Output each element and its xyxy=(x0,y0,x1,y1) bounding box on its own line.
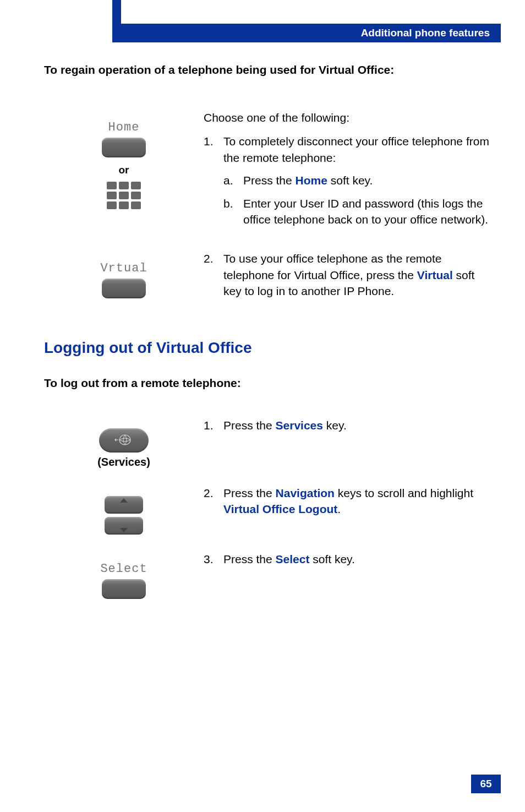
text-col-step1: 1. Press the Services key. xyxy=(204,417,492,440)
icon-col-select: Select xyxy=(44,551,204,599)
page-number: 65 xyxy=(471,775,501,793)
step-3: 3. Press the Select soft key. xyxy=(204,551,492,567)
nav-up-icon xyxy=(105,496,143,514)
globe-icon xyxy=(113,433,135,447)
item-1a-text: Press the Home soft key. xyxy=(243,172,373,188)
section1-heading: To regain operation of a telephone being… xyxy=(44,63,492,77)
softkey-home-label: Home xyxy=(108,121,140,134)
step-2: 2. Press the Navigation keys to scroll a… xyxy=(204,485,492,517)
item-1-text: To completely disconnect your office tel… xyxy=(223,133,492,166)
intro-text: Choose one of the following: xyxy=(204,110,492,126)
item-2-text: To use your office telephone as the remo… xyxy=(223,250,492,299)
block-navigation: 2. Press the Navigation keys to scroll a… xyxy=(44,485,492,535)
icon-col-home: Home or xyxy=(44,110,204,209)
step-1-text: Press the Services key. xyxy=(223,417,347,433)
softkey-select xyxy=(102,579,146,599)
step-3-num: 3. xyxy=(204,551,223,567)
services-button xyxy=(99,428,149,453)
block-services: (Services) 1. Press the Services key. xyxy=(44,417,492,468)
item-1b: b. Enter your User ID and password (this… xyxy=(223,195,492,228)
item-2: 2. To use your office telephone as the r… xyxy=(204,250,492,299)
step-2-num: 2. xyxy=(204,485,223,517)
services-label: (Services) xyxy=(97,456,150,468)
softkey-select-label: Select xyxy=(100,562,147,576)
step-1-num: 1. xyxy=(204,417,223,433)
step-3-text: Press the Select soft key. xyxy=(223,551,355,567)
page-header: Additional phone features xyxy=(112,24,501,42)
nav-key-term: Navigation xyxy=(276,487,335,499)
or-label: or xyxy=(119,164,129,176)
virtual-key-term: Virtual xyxy=(417,269,453,281)
block-select: Select 3. Press the Select soft key. xyxy=(44,551,492,599)
block-virtual: Vrtual 2. To use your office telephone a… xyxy=(44,250,492,306)
icon-col-nav xyxy=(44,485,204,535)
item-2-num: 2. xyxy=(204,250,223,299)
item-1a-num: a. xyxy=(223,172,243,188)
header-title: Additional phone features xyxy=(361,27,490,39)
item-1a: a. Press the Home soft key. xyxy=(223,172,492,188)
svg-point-0 xyxy=(119,435,130,445)
icon-col-services: (Services) xyxy=(44,417,204,468)
softkey-virtual-label: Vrtual xyxy=(100,261,147,275)
softkey-home xyxy=(102,138,146,157)
block-home: Home or Choose one of the following: 1. … xyxy=(44,110,492,234)
step-1: 1. Press the Services key. xyxy=(204,417,492,433)
logout-key-term: Virtual Office Logout xyxy=(223,503,337,515)
keypad-icon xyxy=(107,182,141,209)
text-col-1: Choose one of the following: 1. To compl… xyxy=(204,110,492,234)
text-col-step3: 3. Press the Select soft key. xyxy=(204,551,492,574)
icon-col-virtual: Vrtual xyxy=(44,250,204,298)
nav-down-icon xyxy=(105,517,143,535)
services-key-term: Services xyxy=(276,419,323,432)
item-1b-text: Enter your User ID and password (this lo… xyxy=(243,195,492,228)
text-col-step2: 2. Press the Navigation keys to scroll a… xyxy=(204,485,492,524)
item-1b-num: b. xyxy=(223,195,243,228)
header-stripe xyxy=(112,0,121,24)
step-2-text: Press the Navigation keys to scroll and … xyxy=(223,485,492,517)
page-content: To regain operation of a telephone being… xyxy=(44,63,492,615)
item-1-num: 1. xyxy=(204,133,223,166)
section2-heading: To log out from a remote telephone: xyxy=(44,377,492,390)
nav-keys xyxy=(105,496,143,535)
text-col-2: 2. To use your office telephone as the r… xyxy=(204,250,492,306)
select-key-term: Select xyxy=(276,553,310,565)
home-key-term: Home xyxy=(296,174,327,187)
section2-title: Logging out of Virtual Office xyxy=(44,339,492,357)
item-1: 1. To completely disconnect your office … xyxy=(204,133,492,166)
softkey-virtual xyxy=(102,279,146,298)
